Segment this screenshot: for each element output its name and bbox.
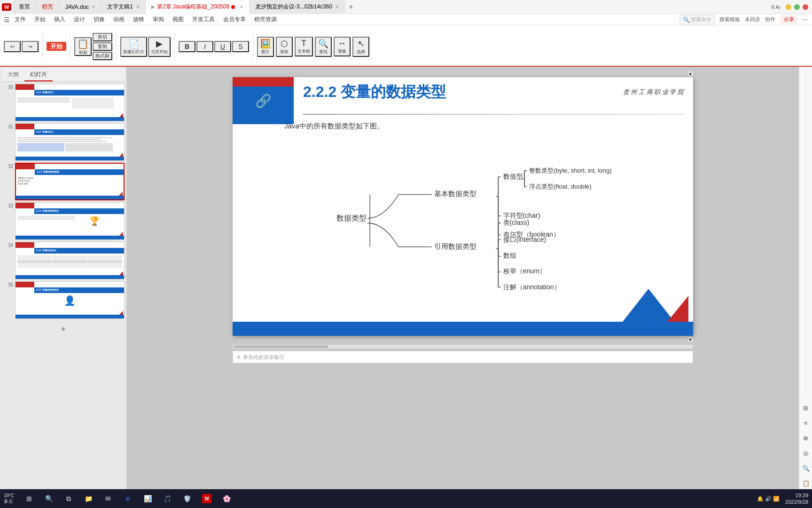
slide-title-area: 2.2.2 变量的数据类型 贵 州 工 商 职 业 学 院 (303, 82, 684, 103)
menu-slideshow[interactable]: 放映 (129, 15, 148, 24)
horizontal-scrollbar[interactable] (233, 344, 693, 349)
mindmap-svg: 数据类型 基本数据类型 引用数据类型 数值型 (280, 129, 684, 308)
notes-placeholder[interactable]: 单击此处添加备注 (243, 354, 284, 361)
scroll-up-btn[interactable]: ▲ (687, 71, 693, 76)
menu-animation[interactable]: 动画 (109, 15, 128, 24)
shape-button[interactable]: ⬡ 形状 (276, 37, 293, 57)
tab-unsaved-dot (231, 5, 235, 9)
app4-button[interactable]: 🎵 (159, 492, 176, 505)
slide-group: 📄 新建幻灯片 ▶ 当页开始 (120, 37, 171, 57)
cut-button[interactable]: 剪切 (93, 33, 112, 41)
menu-dev[interactable]: 开发工具 (188, 15, 219, 24)
slide-img-30[interactable]: 2.2.1 变量的定义 (15, 84, 125, 121)
right-panel-icon-5[interactable]: 🔍 (801, 463, 811, 473)
italic-button[interactable]: I (196, 41, 213, 52)
menu-home[interactable]: 开始 (31, 15, 49, 24)
menu-transition[interactable]: 切换 (90, 15, 109, 24)
menu-design[interactable]: 设计 (70, 15, 89, 24)
menu-file[interactable]: 文件 (11, 15, 30, 24)
slide-num-31: 31 (2, 123, 13, 129)
tab-add-button[interactable]: + (345, 3, 357, 11)
redo-button[interactable]: ↪ (22, 41, 39, 52)
files-button[interactable]: 📁 (80, 492, 97, 505)
start-button[interactable]: ⊞ (21, 492, 38, 505)
slide-img-33[interactable]: 2.2.2 变量的数据类型 🏆 (15, 202, 125, 240)
format-paint-button[interactable]: 格式刷 (93, 52, 112, 60)
menu-expand-icon[interactable]: ☰ (4, 16, 10, 24)
slide-thumb-32[interactable]: 32 2.2.2 变量的数据类型 整数类型 浮点类型 字符型 布尔型 类 接口 … (2, 163, 125, 200)
close-button[interactable] (803, 4, 808, 10)
slide-main-title[interactable]: 2.2.2 变量的数据类型 (303, 82, 446, 103)
menu-review[interactable]: 审阅 (149, 15, 168, 24)
tab-java-chapter2[interactable]: ▶ 第2章 Java编程基础_200508 ✕ (146, 0, 250, 14)
slide-thumb-31[interactable]: 31 2.2.1 变量的定义 (2, 123, 125, 161)
tab-close-chapter2[interactable]: ✕ (240, 4, 243, 9)
collab-btn[interactable]: 协作 (765, 16, 775, 23)
share-btn[interactable]: 分享 (780, 15, 798, 24)
slide-thumb-34[interactable]: 34 2.2.5 变量的初始化 (2, 242, 125, 279)
tab-meeting[interactable]: 龙汐预定的会议-3...02b14c360 ✕ (250, 0, 345, 14)
find-button[interactable]: 🔍 查找 (315, 37, 332, 57)
tab-daoke[interactable]: 稻壳 (36, 0, 59, 14)
app5-button[interactable]: 🛡️ (179, 492, 195, 505)
search-icon: 🔍 (44, 494, 54, 503)
add-slide-button[interactable]: + (2, 321, 125, 338)
maximize-button[interactable] (794, 4, 800, 10)
tab-close-java-doc[interactable]: ✕ (92, 4, 95, 9)
strikethrough-button[interactable]: S (232, 41, 249, 52)
tab-java-doc[interactable]: JAVA.doc ✕ (59, 0, 102, 14)
minimize-button[interactable] (786, 4, 791, 10)
files-icon: 📁 (84, 494, 93, 503)
app3-button[interactable]: 📊 (139, 492, 156, 505)
textbox-button[interactable]: T 文本框 (295, 37, 313, 56)
right-panel-icon-2[interactable]: ≡ (801, 418, 811, 428)
app7-button[interactable]: 🌸 (218, 492, 235, 505)
right-panel-icon-1[interactable]: ⊞ (801, 403, 811, 413)
tab-wenzi[interactable]: 文字文稿1 ✕ (102, 0, 146, 14)
menu-member[interactable]: 会员专享 (219, 15, 250, 24)
search-label[interactable]: 搜索命令 (691, 16, 711, 23)
slide-num-34: 34 (2, 242, 13, 248)
tab-home[interactable]: 首页 (13, 0, 36, 14)
outline-tab[interactable]: 大纲 (2, 69, 24, 81)
active-start-btn[interactable]: 开始 (47, 42, 66, 51)
replace-button[interactable]: ↔ 替换 (334, 37, 351, 56)
underline-button[interactable]: U (214, 41, 231, 52)
slide-img-34[interactable]: 2.2.5 变量的初始化 (15, 242, 125, 279)
app5-icon: 🛡️ (182, 494, 192, 503)
slide-img-31[interactable]: 2.2.1 变量的定义 (15, 123, 125, 161)
slide-panel[interactable]: 大纲 幻灯片 30 2.2.1 变量的定义 (0, 67, 127, 494)
slide-thumb-35[interactable]: 35 2.2.2 变量的数据类型 👤 (2, 281, 125, 319)
tab-close-wenzi[interactable]: ✕ (136, 4, 140, 9)
undo-button[interactable]: ↩ (4, 41, 21, 52)
taskview-button[interactable]: ⧉ (60, 492, 77, 505)
slide-thumb-33[interactable]: 33 2.2.2 变量的数据类型 🏆 (2, 202, 125, 240)
new-slide-button[interactable]: 📄 新建幻灯片 (120, 37, 147, 57)
menu-daoke[interactable]: 稻壳资源 (250, 15, 281, 24)
search-button[interactable]: 🔍 (40, 492, 57, 505)
menu-view[interactable]: 视图 (169, 15, 187, 24)
scroll-down-btn[interactable]: ▼ (687, 337, 693, 342)
search-template[interactable]: 搜索模板 (719, 16, 740, 23)
browser-button[interactable]: e (119, 492, 136, 505)
current-start-button[interactable]: ▶ 当页开始 (148, 37, 171, 57)
right-panel-icon-4[interactable]: ◎ (801, 448, 811, 458)
mail-button[interactable]: ✉ (100, 492, 117, 505)
slide-img-35[interactable]: 2.2.2 变量的数据类型 👤 (15, 281, 125, 319)
tab-close-meeting[interactable]: ✕ (335, 4, 339, 9)
bold-button[interactable]: B (179, 41, 195, 52)
time-display: 19:29 (785, 492, 808, 499)
menu-insert[interactable]: 插入 (50, 15, 69, 24)
slide-img-32[interactable]: 2.2.2 变量的数据类型 整数类型 浮点类型 字符型 布尔型 类 接口 数组 (15, 163, 125, 200)
paste-button[interactable]: 📋 粘贴 (74, 37, 92, 56)
slides-tab[interactable]: 幻灯片 (24, 69, 53, 81)
image-button[interactable]: 🖼️ 图片 (257, 37, 274, 57)
slide-thumb-30[interactable]: 30 2.2.1 变量的定义 (2, 84, 125, 121)
more-icon[interactable]: ⋯ (803, 16, 808, 23)
select-button[interactable]: ↖ 选择 (352, 37, 369, 57)
right-panel-icon-3[interactable]: ⊕ (801, 433, 811, 443)
right-panel-icon-6[interactable]: 📋 (801, 478, 811, 488)
wps-taskbar-button[interactable]: W (198, 492, 215, 505)
sync-btn[interactable]: 未同步 (745, 16, 760, 23)
copy-button[interactable]: 复制 (93, 42, 112, 51)
